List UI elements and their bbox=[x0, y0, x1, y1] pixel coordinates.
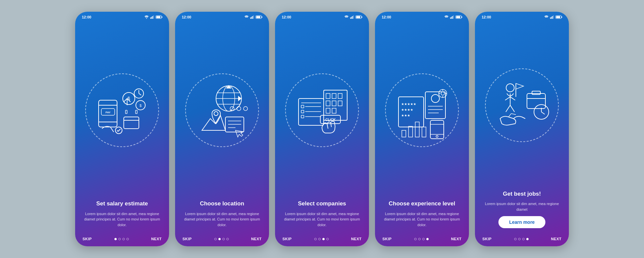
svg-line-121 bbox=[508, 114, 511, 117]
time-1: 12:00 bbox=[82, 15, 91, 19]
bottom-nav-2: SKIP NEXT bbox=[175, 234, 269, 246]
battery-icon-2 bbox=[256, 15, 262, 19]
svg-rect-22 bbox=[125, 110, 127, 114]
svg-rect-2 bbox=[152, 16, 153, 19]
svg-rect-59 bbox=[326, 108, 330, 113]
svg-rect-25 bbox=[250, 17, 251, 19]
text-area-1: Set salary estimate Lorem ipsum dolor si… bbox=[75, 200, 169, 234]
svg-rect-56 bbox=[326, 101, 330, 106]
svg-rect-117 bbox=[532, 91, 540, 94]
dot-2-0 bbox=[214, 238, 217, 240]
text-area-4: Choose experience level Lorem ipsum dolo… bbox=[375, 200, 469, 234]
dot-3-0 bbox=[314, 238, 317, 240]
signal-icon-4 bbox=[450, 15, 454, 19]
svg-rect-82 bbox=[425, 92, 445, 119]
skip-btn-1[interactable]: SKIP bbox=[83, 237, 92, 241]
bottom-nav-3: SKIP NEXT bbox=[275, 234, 369, 246]
svg-rect-93 bbox=[402, 130, 406, 137]
svg-rect-107 bbox=[556, 16, 560, 18]
wifi-icon bbox=[144, 15, 149, 19]
next-btn-3[interactable]: NEXT bbox=[351, 237, 362, 241]
svg-line-112 bbox=[506, 105, 510, 112]
desc-3: Lorem ipsum dolor sit dim amet, mea regi… bbox=[283, 211, 361, 228]
dot-5-1 bbox=[518, 238, 521, 240]
signal-icon-2 bbox=[250, 15, 254, 19]
next-btn-4[interactable]: NEXT bbox=[451, 237, 462, 241]
battery-icon-5 bbox=[555, 15, 562, 19]
svg-rect-106 bbox=[561, 16, 562, 18]
svg-rect-57 bbox=[332, 101, 336, 106]
desc-4: Lorem ipsum dolor sit dim amet, mea regi… bbox=[383, 211, 461, 228]
dots-5 bbox=[514, 238, 529, 240]
signal-icon bbox=[150, 15, 154, 19]
location-icon bbox=[192, 80, 252, 140]
desc-5: Lorem ipsum dolor sit dim amet, mea regi… bbox=[483, 201, 561, 212]
svg-rect-46 bbox=[351, 17, 352, 19]
svg-rect-26 bbox=[251, 17, 252, 19]
phone-3: 12:00 bbox=[275, 12, 369, 246]
skip-btn-5[interactable]: SKIP bbox=[482, 237, 492, 241]
svg-rect-55 bbox=[338, 93, 342, 99]
phone-5: 12:00 bbox=[475, 12, 569, 246]
svg-rect-47 bbox=[352, 16, 353, 19]
bottom-nav-5: SKIP NEXT bbox=[475, 234, 569, 246]
title-5: Get best jobs! bbox=[483, 190, 561, 198]
wifi-icon-3 bbox=[344, 15, 349, 19]
icon-area-5 bbox=[475, 20, 569, 190]
status-bar-2: 12:00 bbox=[175, 12, 269, 20]
skip-btn-2[interactable]: SKIP bbox=[182, 237, 192, 241]
svg-point-42 bbox=[230, 107, 234, 111]
text-area-2: Choose location Lorem ipsum dolor sit di… bbox=[175, 200, 269, 234]
battery-icon bbox=[156, 15, 162, 19]
svg-rect-71 bbox=[450, 17, 451, 19]
desc-2: Lorem ipsum dolor sit dim amet, mea regi… bbox=[183, 211, 261, 228]
wifi-icon-4 bbox=[444, 15, 449, 19]
svg-rect-48 bbox=[353, 15, 354, 19]
dashed-circle-1: PAY $ $ bbox=[85, 73, 159, 147]
next-btn-2[interactable]: NEXT bbox=[251, 237, 262, 241]
next-btn-1[interactable]: NEXT bbox=[151, 237, 162, 241]
svg-rect-31 bbox=[256, 16, 260, 18]
svg-point-100 bbox=[436, 135, 438, 137]
svg-rect-101 bbox=[550, 17, 551, 19]
svg-point-44 bbox=[244, 107, 248, 111]
svg-rect-50 bbox=[362, 16, 362, 18]
svg-line-111 bbox=[510, 97, 515, 100]
next-btn-5[interactable]: NEXT bbox=[551, 237, 561, 241]
svg-rect-27 bbox=[252, 16, 253, 19]
status-icons-3 bbox=[344, 15, 362, 19]
status-bar-1: 12:00 bbox=[75, 12, 169, 20]
skip-btn-3[interactable]: SKIP bbox=[282, 237, 292, 241]
svg-line-110 bbox=[505, 97, 510, 100]
svg-rect-30 bbox=[262, 16, 262, 18]
skip-btn-4[interactable]: SKIP bbox=[382, 237, 392, 241]
svg-text:$: $ bbox=[140, 104, 142, 108]
icon-area-4: ★★★★★ ★★★★ ★★★ bbox=[375, 20, 469, 200]
phones-container: 12:00 PAY $ bbox=[75, 12, 569, 246]
svg-rect-0 bbox=[150, 17, 151, 19]
dots-4 bbox=[414, 238, 429, 240]
signal-icon-5 bbox=[550, 15, 554, 19]
time-5: 12:00 bbox=[482, 15, 491, 19]
svg-point-43 bbox=[237, 107, 241, 111]
svg-rect-74 bbox=[453, 15, 454, 19]
icon-area-3: CLiCK bbox=[275, 20, 369, 200]
svg-rect-102 bbox=[551, 17, 552, 19]
svg-rect-77 bbox=[456, 16, 460, 18]
status-bar-4: 12:00 bbox=[375, 12, 469, 20]
svg-rect-51 bbox=[356, 16, 360, 18]
svg-rect-65 bbox=[301, 110, 304, 113]
svg-rect-76 bbox=[462, 16, 462, 18]
wifi-icon-5 bbox=[544, 15, 549, 19]
svg-point-83 bbox=[431, 94, 439, 103]
svg-rect-97 bbox=[430, 120, 444, 139]
svg-rect-45 bbox=[350, 17, 351, 19]
learn-more-button[interactable]: Learn more bbox=[498, 216, 545, 228]
jobs-icon bbox=[492, 75, 552, 135]
phone-4: 12:00 ★★★★★ ★★★★ ★★★ bbox=[375, 12, 469, 246]
svg-text:★★★★★: ★★★★★ bbox=[401, 102, 416, 106]
status-icons-2 bbox=[244, 15, 262, 19]
dashed-circle-4: ★★★★★ ★★★★ ★★★ bbox=[385, 73, 459, 147]
desc-1: Lorem ipsum dolor sit dim amet, mea regi… bbox=[83, 211, 161, 228]
dot-2-2 bbox=[222, 238, 225, 240]
